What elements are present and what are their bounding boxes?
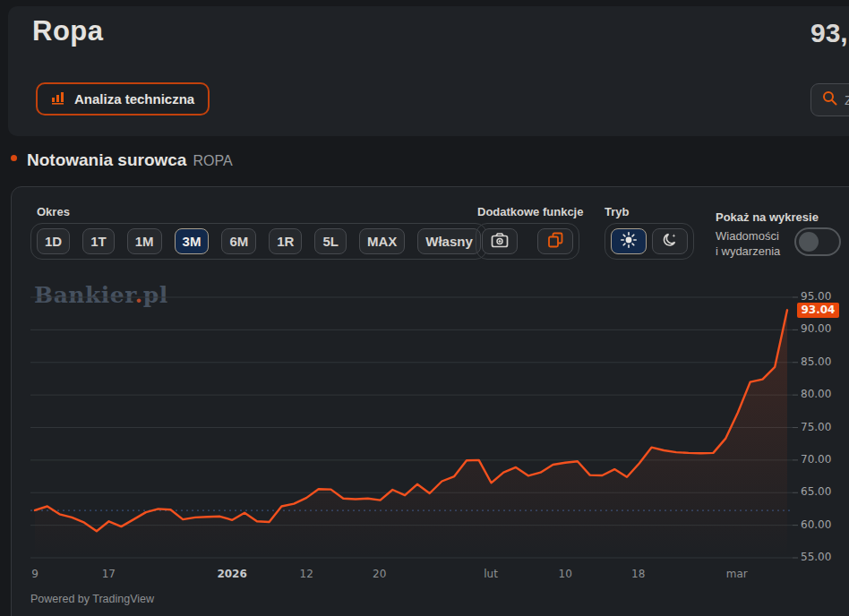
technical-analysis-button[interactable]: Analiza techniczna — [36, 82, 210, 116]
attribution: Powered by TradingView — [30, 593, 154, 605]
series-group — [35, 310, 787, 558]
x-axis-label: 17 — [81, 568, 135, 580]
y-axis-label: 95.00 — [801, 290, 831, 303]
x-axis-label: 12 — [279, 568, 333, 580]
search-icon — [822, 90, 837, 109]
x-axis-label: 20 — [353, 568, 407, 580]
x-axis-label: lut — [464, 568, 518, 580]
page-title: Ropa — [32, 15, 104, 47]
technical-analysis-label: Analiza techniczna — [74, 91, 194, 107]
y-axis-label: 65.00 — [801, 485, 831, 498]
x-axis-label: mar — [710, 568, 764, 580]
section-title: Notowania surowca — [27, 150, 186, 170]
section-symbol: ROPA — [193, 153, 232, 169]
search-input[interactable] — [845, 92, 849, 107]
y-axis-label: 90.00 — [801, 322, 831, 335]
bullet-dot-icon — [11, 155, 17, 161]
y-axis-label: 60.00 — [801, 518, 831, 531]
x-axis-label: 2026 — [205, 568, 259, 580]
y-axis-label: 85.00 — [801, 355, 831, 368]
x-axis-label: 9 — [8, 568, 62, 580]
price-chart-svg[interactable] — [12, 187, 849, 616]
bar-chart-icon — [51, 90, 66, 107]
section-heading: Notowania surowca ROPA — [11, 150, 233, 170]
chart-panel: Okres 1D 1T 1M 3M 6M 1R 5L MAX Własny Do… — [11, 186, 849, 616]
last-price-badge: 93.04 — [797, 303, 839, 318]
header-panel: Ropa 93, Analiza techniczna — [8, 6, 849, 136]
y-axis-label: 75.00 — [801, 421, 831, 433]
page: { "header": { "title": "Ropa", "price_pa… — [0, 0, 849, 616]
series-area-fill — [35, 310, 787, 558]
current-price: 93, — [810, 18, 848, 48]
y-axis-label: 70.00 — [801, 453, 831, 466]
y-axis-label: 55.00 — [801, 551, 831, 563]
x-axis-label: 18 — [612, 568, 665, 580]
y-axis-label: 80.00 — [801, 388, 831, 400]
x-axis-label: 10 — [538, 568, 592, 580]
search-box[interactable] — [810, 83, 849, 116]
